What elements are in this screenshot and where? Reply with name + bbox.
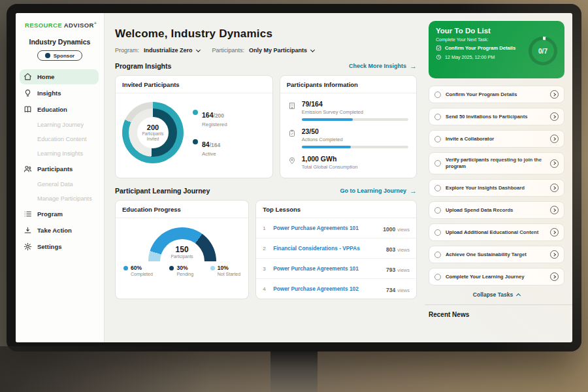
chevron-right-icon[interactable] [550,206,559,214]
task-checkbox[interactable] [434,229,441,236]
gear-icon [24,242,32,251]
sidebar-item-education[interactable]: Education [20,102,99,117]
task-item[interactable]: Confirm Your Program Details [429,86,564,103]
sidebar: RESOURCE ADVISOR+ Industry Dynamics Spon… [16,13,105,342]
program-filter-value: Industrialize Zero [144,47,193,54]
gauge-center-value: 150 [122,245,242,254]
sidebar-item-learning-journey[interactable]: Learning Journey [20,118,99,131]
task-item[interactable]: Send 50 Invitations to Participants [429,108,564,125]
legend-dot [210,266,215,270]
sidebar-item-label: General Data [37,181,73,188]
sidebar-item-program[interactable]: Program [20,206,99,221]
program-filter-label: Program: [115,47,139,54]
section-title: Program Insights [115,62,171,70]
stat-label: Actions Completed [302,137,408,142]
legend-total: /164 [210,142,221,148]
task-item[interactable]: Complete Your Learning Journey [429,268,564,286]
collapse-tasks-label: Collapse Tasks [473,291,513,298]
section-title: Participant Learning Journey [115,187,210,195]
sidebar-item-take-action[interactable]: Take Action [20,223,99,238]
chevron-right-icon[interactable] [550,90,559,99]
task-item[interactable]: Upload Additional Educational Content [429,223,564,241]
top-lessons-list: 1 Power Purchase Agreements 101 1000view… [256,218,416,299]
participants-filter-value: Only My Participants [249,47,307,54]
participants-information-card: Participants Information 79/164 Emission… [280,75,417,178]
sidebar-item-learning-insights[interactable]: Learning Insights [20,147,99,160]
gauge-center-label: Participants [122,254,242,259]
sidebar-item-settings[interactable]: Settings [20,239,99,254]
people-icon [24,165,32,173]
chevron-right-icon[interactable] [550,228,559,237]
task-checkbox[interactable] [434,274,441,280]
task-checkbox[interactable] [434,91,441,98]
chevron-right-icon[interactable] [550,135,559,143]
monitor-bezel: RESOURCE ADVISOR+ Industry Dynamics Spon… [7,4,581,351]
task-checkbox[interactable] [434,160,441,167]
sidebar-item-home[interactable]: Home [20,69,99,84]
sidebar-item-education-content[interactable]: Education Content [20,133,99,146]
lesson-views: 1000 [383,226,395,233]
task-item[interactable]: Explore Your Insights Dashboard [429,179,564,197]
sidebar-item-general-data[interactable]: General Data [20,178,99,191]
legend-pct: 10% [218,265,229,271]
lesson-link[interactable]: Power Purchase Agreements 102 [273,286,381,292]
lesson-views: 734 [386,287,395,293]
link-label: Go to Learning Journey [340,188,406,194]
lesson-link[interactable]: Power Purchase Agreements 101 [273,225,378,231]
recent-news-heading: Recent News [429,311,564,318]
todo-title: Your To Do List [436,27,557,35]
task-item[interactable]: Upload Spend Data Records [429,201,564,219]
collapse-tasks-button[interactable]: Collapse Tasks [429,291,564,298]
go-to-learning-journey-link[interactable]: Go to Learning Journey → [340,188,417,195]
chevron-right-icon[interactable] [550,112,559,121]
task-checkbox[interactable] [434,114,441,120]
task-item[interactable]: Achieve One Sustainability Target [429,246,564,263]
chevron-up-icon [516,293,521,298]
gauge-center: 150 Participants [122,245,242,259]
chevron-right-icon[interactable] [550,272,559,281]
task-label: Send 50 Invitations to Participants [446,114,546,120]
chevron-right-icon[interactable] [550,250,559,259]
task-checkbox[interactable] [434,207,441,214]
program-filter-dropdown[interactable]: Industrialize Zero [144,47,200,54]
task-label: Complete Your Learning Journey [446,274,546,280]
check-more-insights-link[interactable]: Check More Insights → [349,63,417,70]
stat-value: 79/164 [302,100,408,108]
sidebar-item-label: Home [37,73,54,80]
participants-filter-dropdown[interactable]: Only My Participants [249,47,314,54]
sidebar-item-insights[interactable]: Insights [20,86,99,101]
lesson-link[interactable]: Power Purchase Agreements 101 [273,265,381,272]
task-checkbox[interactable] [434,252,441,258]
sidebar-item-participants[interactable]: Participants [20,161,99,176]
legend-item-pending: 30% Pending [169,265,193,276]
task-checkbox[interactable] [434,136,441,142]
task-item[interactable]: Verify participants requesting to join t… [429,152,564,174]
brand-resource: RESOURCE [25,22,62,29]
lesson-link[interactable]: Financial Considerations - VPPAs [273,245,381,252]
sponsor-badge: Sponsor [37,50,82,61]
task-label: Verify participants requesting to join t… [446,157,546,170]
task-item[interactable]: Invite a Collaborator [429,130,564,148]
lesson-views-word: views [397,267,410,273]
book-icon [24,105,32,114]
task-label: Upload Additional Educational Content [446,229,546,236]
todo-due-label: 12 May 2025, 12:00 PM [445,54,495,60]
sidebar-item-manage-participants[interactable]: Manage Participants [20,192,99,205]
chevron-right-icon[interactable] [550,184,559,192]
lesson-rank: 4 [263,286,268,292]
chevron-right-icon[interactable] [550,159,559,168]
donut-center-value: 200 [147,123,159,131]
sponsor-label: Sponsor [54,53,74,59]
lesson-row: 1 Power Purchase Agreements 101 1000view… [256,218,416,238]
legend-item-registered: 164/200 Registered [193,108,227,127]
divider [425,304,572,305]
progress-fill [302,118,353,121]
lightbulb-icon [24,89,32,97]
lesson-views: 803 [386,246,395,253]
desk-shadow [0,346,209,392]
clock-icon [436,54,442,60]
task-checkbox[interactable] [434,185,441,191]
building-icon [288,101,297,121]
program-insights-header: Program Insights Check More Insights → [115,62,417,70]
download-icon [24,226,32,235]
